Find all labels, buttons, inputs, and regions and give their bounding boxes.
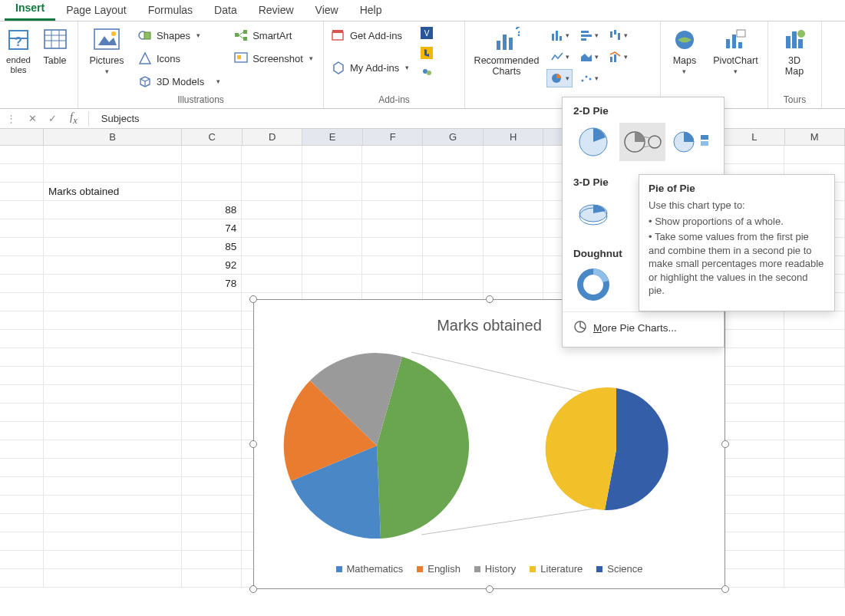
pie-3d-option[interactable] (570, 194, 616, 232)
tooltip-pie-of-pie: Pie of Pie Use this chart type to: • Sho… (639, 174, 835, 311)
scatter-chart-button[interactable]: ▾ (576, 69, 602, 87)
col-e[interactable]: E (302, 129, 363, 146)
svg-rect-33 (552, 34, 554, 41)
col-m[interactable]: M (785, 129, 845, 146)
col-c[interactable]: C (182, 129, 243, 146)
pie-chart-button[interactable]: ▾ (546, 69, 573, 87)
chart-mini-grid: ▾ ▾ ▾ ▾ ▾ ▾ ▾ ▾ (546, 23, 631, 87)
tooltip-bullet: • Take some values from the first pie an… (649, 230, 825, 298)
shapes-button[interactable]: Shapes▾ (134, 25, 225, 46)
svg-rect-31 (509, 38, 513, 50)
cancel-icon[interactable]: ✕ (25, 113, 39, 124)
get-addins-button[interactable]: Get Add-ins (327, 25, 414, 46)
svg-rect-21 (332, 32, 343, 40)
3d-map-button[interactable]: 3D Map (771, 23, 817, 81)
col-b[interactable]: B (44, 129, 183, 146)
addin-people-icon[interactable] (418, 64, 435, 81)
combo-chart-button[interactable]: ▾ (605, 48, 631, 66)
doughnut-option[interactable] (570, 265, 616, 304)
addin-visio-icon[interactable]: V (418, 25, 435, 41)
pie-2d-option[interactable] (570, 123, 616, 161)
3d-map-label: 3D Map (785, 55, 804, 77)
screenshot-button[interactable]: Screenshot▾ (229, 48, 318, 69)
svg-rect-29 (497, 41, 500, 50)
pivotchart-button[interactable]: PivotChart ▾ (707, 23, 764, 78)
tooltip-bullet: • Show proportions of a whole. (649, 215, 825, 229)
svg-rect-67 (701, 141, 708, 146)
svg-text:?: ? (515, 27, 520, 39)
recommended-pivot-button[interactable]: ? ended bles (3, 23, 34, 78)
icons-button[interactable]: Icons (134, 48, 225, 69)
cell-c6[interactable]: 85 (182, 238, 243, 256)
svg-rect-16 (243, 37, 247, 41)
addin-bing-icon[interactable] (418, 44, 435, 61)
maps-label: Maps (673, 55, 697, 66)
col-d[interactable]: D (243, 129, 303, 146)
legend-label: Literature (540, 563, 583, 575)
3d-models-button[interactable]: 3D Models ▾ (134, 71, 225, 92)
tab-insert[interactable]: Insert (5, 0, 55, 21)
pictures-button[interactable]: Pictures ▾ (81, 23, 132, 78)
cell-c7[interactable]: 92 (182, 256, 243, 275)
3d-models-label: 3D Models (157, 76, 204, 87)
pictures-label: Pictures (89, 55, 124, 66)
cube-icon (138, 74, 152, 88)
chart-legend[interactable]: Mathematics English History Literature S… (254, 563, 725, 575)
column-chart-button[interactable]: ▾ (546, 26, 573, 44)
cell-c8[interactable]: 78 (182, 275, 243, 293)
svg-point-62 (649, 136, 661, 148)
svg-rect-43 (610, 57, 612, 62)
svg-rect-34 (556, 31, 558, 41)
dropdown-icon[interactable]: ⋮ (3, 113, 19, 124)
tab-review[interactable]: Review (248, 1, 305, 21)
chevron-down-icon: ▾ (105, 68, 109, 75)
svg-rect-14 (235, 33, 239, 37)
smartart-stack: SmartArt Screenshot▾ (229, 23, 318, 69)
more-pie-charts[interactable]: More Pie Charts... (563, 311, 724, 344)
waterfall-chart-button[interactable]: ▾ (605, 26, 631, 44)
recommended-charts-button[interactable]: ? Recommended Charts (468, 23, 545, 81)
legend-label: Mathematics (347, 563, 404, 575)
col-g[interactable]: G (423, 129, 484, 146)
my-addins-button[interactable]: My Add-ins▾ (327, 57, 414, 78)
cell-c5[interactable]: 74 (182, 219, 243, 238)
pie-of-pie-option[interactable] (619, 123, 665, 161)
fx-icon[interactable]: fx (65, 110, 82, 127)
svg-marker-23 (334, 62, 343, 74)
svg-rect-38 (581, 38, 586, 41)
col-h[interactable]: H (484, 129, 544, 146)
formula-input[interactable] (95, 111, 842, 126)
svg-rect-3 (45, 30, 66, 48)
tab-data[interactable]: Data (203, 1, 248, 21)
col-l[interactable]: L (725, 129, 785, 146)
tab-help[interactable]: Help (349, 1, 393, 21)
tab-page-layout[interactable]: Page Layout (55, 1, 137, 21)
group-tours: 3D Map Tours (768, 21, 822, 108)
group-illustrations-label: Illustrations (81, 93, 320, 108)
tab-formulas[interactable]: Formulas (137, 1, 203, 21)
enter-icon[interactable]: ✓ (45, 113, 59, 124)
legend-swatch (336, 566, 342, 572)
legend-label: English (427, 563, 460, 575)
svg-rect-41 (618, 33, 620, 40)
tab-view[interactable]: View (305, 1, 349, 21)
cell-b3[interactable]: Marks obtained (44, 183, 182, 201)
svg-rect-30 (503, 35, 507, 50)
maps-button[interactable]: Maps ▾ (664, 23, 705, 78)
area-chart-button[interactable]: ▾ (576, 48, 602, 66)
section-2d-pie: 2-D Pie (563, 97, 724, 121)
svg-point-57 (797, 30, 805, 38)
addins-icons: V (418, 23, 435, 81)
cell-c4[interactable]: 88 (182, 201, 243, 219)
legend-swatch (417, 566, 423, 572)
table-label: Table (44, 55, 67, 66)
smartart-button[interactable]: SmartArt (229, 25, 318, 46)
bar-of-pie-option[interactable] (668, 123, 715, 161)
col-f[interactable]: F (363, 129, 424, 146)
svg-point-48 (589, 78, 591, 81)
ribbon: ? ended bles Table Pictures ▾ Shapes▾ (0, 21, 845, 109)
bar-chart-button[interactable]: ▾ (576, 26, 602, 44)
line-chart-button[interactable]: ▾ (546, 48, 573, 66)
table-button[interactable]: Table (35, 23, 74, 69)
legend-swatch (530, 566, 536, 572)
